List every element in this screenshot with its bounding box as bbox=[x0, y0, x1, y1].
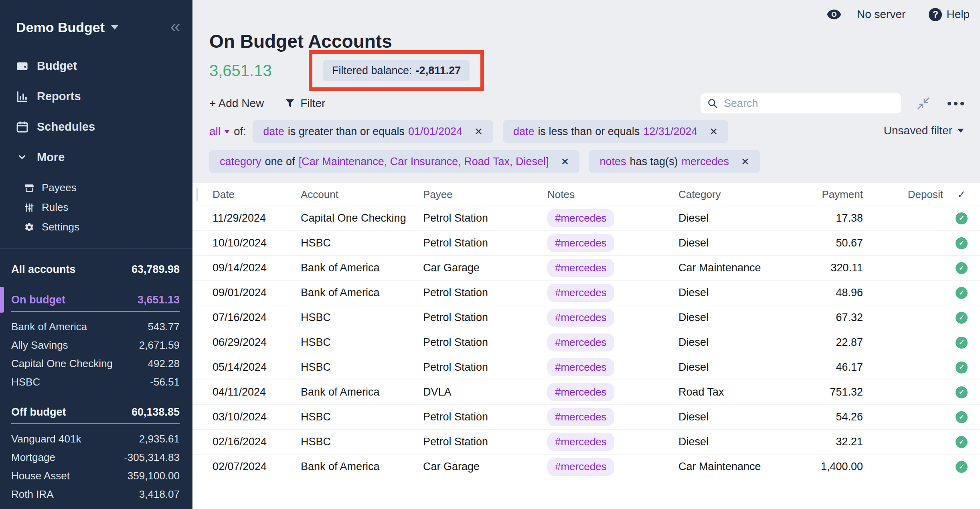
cell-payee[interactable]: Car Garage bbox=[423, 461, 547, 473]
cell-category[interactable]: Diesel bbox=[678, 336, 795, 349]
cell-category[interactable]: Car Maintenance bbox=[678, 262, 795, 274]
cell-payment[interactable]: 22.87 bbox=[795, 336, 863, 349]
total-balance[interactable]: 3,651.13 bbox=[209, 62, 294, 80]
cleared-check-icon[interactable]: ✓ bbox=[956, 362, 968, 374]
transaction-row[interactable]: 04/11/2024 Bank of America DVLA #mercede… bbox=[192, 380, 980, 405]
notes-tag[interactable]: #mercedes bbox=[547, 234, 614, 252]
cell-payment[interactable]: 320.11 bbox=[795, 262, 863, 274]
transaction-row[interactable]: 02/07/2024 Bank of America Car Garage #m… bbox=[192, 454, 980, 479]
sidebar-item-settings[interactable]: Settings bbox=[24, 217, 192, 237]
cell-category[interactable]: Diesel bbox=[678, 361, 795, 374]
shrink-transactions-icon[interactable] bbox=[916, 96, 931, 111]
filter-conjunction[interactable]: all bbox=[209, 125, 230, 138]
filter-value[interactable]: 01/01/2024 bbox=[408, 125, 462, 138]
cell-payment[interactable]: 48.96 bbox=[795, 287, 863, 299]
filter-value[interactable]: [Car Maintenance, Car Insurance, Road Ta… bbox=[299, 156, 549, 168]
filter-field[interactable]: date bbox=[513, 125, 535, 138]
notes-tag[interactable]: #mercedes bbox=[547, 358, 614, 376]
column-header-deposit[interactable]: Deposit bbox=[863, 188, 943, 201]
search-input[interactable] bbox=[723, 97, 895, 110]
filter-field[interactable]: category bbox=[220, 156, 261, 168]
column-header-notes[interactable]: Notes bbox=[547, 188, 678, 201]
sidebar-item-schedules[interactable]: Schedules bbox=[15, 115, 192, 139]
account-list-item[interactable]: HSBC -56.51 bbox=[11, 373, 180, 391]
cell-account[interactable]: Bank of America bbox=[301, 461, 423, 473]
unsaved-filter-menu[interactable]: Unsaved filter bbox=[884, 124, 964, 137]
cell-date[interactable]: 10/10/2024 bbox=[213, 237, 301, 249]
filter-chip[interactable]: category one of [Car Maintenance, Car In… bbox=[209, 150, 579, 173]
cell-payee[interactable]: Petrol Station bbox=[423, 237, 547, 249]
column-header-payment[interactable]: Payment bbox=[795, 188, 863, 201]
transaction-row[interactable]: 09/14/2024 Bank of America Car Garage #m… bbox=[192, 256, 980, 281]
sidebar-item-payees[interactable]: Payees bbox=[24, 178, 192, 198]
off-budget-row[interactable]: Off budget 60,138.85 bbox=[11, 402, 180, 422]
cell-account[interactable]: HSBC bbox=[301, 361, 423, 374]
sidebar-item-more[interactable]: More bbox=[15, 145, 192, 169]
sidebar-item-rules[interactable]: Rules bbox=[24, 198, 192, 217]
cell-date[interactable]: 05/14/2024 bbox=[213, 361, 301, 374]
cell-category[interactable]: Diesel bbox=[678, 311, 795, 324]
more-options-icon[interactable] bbox=[948, 102, 964, 105]
account-list-item[interactable]: Capital One Checking 492.28 bbox=[11, 354, 180, 373]
server-status[interactable]: No server bbox=[857, 8, 905, 21]
cell-payment[interactable]: 67.32 bbox=[795, 311, 863, 324]
select-all-checkbox[interactable] bbox=[196, 188, 198, 201]
cleared-check-icon[interactable]: ✓ bbox=[956, 337, 968, 349]
cell-category[interactable]: Diesel bbox=[678, 411, 795, 423]
cell-account[interactable]: Bank of America bbox=[301, 287, 423, 299]
cell-account[interactable]: Bank of America bbox=[301, 262, 423, 274]
cell-category[interactable]: Diesel bbox=[678, 212, 795, 224]
notes-tag[interactable]: #mercedes bbox=[547, 433, 614, 451]
cell-date[interactable]: 09/01/2024 bbox=[213, 287, 301, 299]
notes-tag[interactable]: #mercedes bbox=[547, 458, 614, 476]
filter-operator[interactable]: one of bbox=[265, 156, 295, 168]
cell-payment[interactable]: 32.21 bbox=[795, 436, 863, 448]
cell-account[interactable]: Capital One Checking bbox=[301, 212, 423, 224]
filter-button[interactable]: Filter bbox=[285, 97, 325, 110]
filter-value[interactable]: 12/31/2024 bbox=[643, 125, 697, 138]
column-header-cleared[interactable]: ✓ bbox=[943, 188, 980, 201]
cell-category[interactable]: Diesel bbox=[678, 436, 795, 448]
column-header-account[interactable]: Account bbox=[301, 188, 423, 201]
all-accounts-row[interactable]: All accounts 63,789.98 bbox=[11, 259, 180, 280]
help-button[interactable]: ? Help bbox=[929, 8, 970, 21]
transaction-row[interactable]: 02/16/2024 HSBC Petrol Station #mercedes… bbox=[192, 430, 980, 454]
cell-payment[interactable]: 54.26 bbox=[795, 411, 863, 423]
filter-field[interactable]: date bbox=[263, 125, 284, 138]
filter-operator[interactable]: has tag(s) bbox=[630, 156, 678, 168]
filter-chip[interactable]: notes has tag(s) mercedes ✕ bbox=[589, 150, 760, 173]
remove-filter-icon[interactable]: ✕ bbox=[561, 156, 569, 168]
cell-account[interactable]: HSBC bbox=[301, 336, 423, 349]
collapse-sidebar-icon[interactable]: « bbox=[170, 17, 180, 38]
account-list-item[interactable]: Roth IRA 3,418.07 bbox=[11, 485, 180, 503]
column-header-date[interactable]: Date bbox=[213, 188, 301, 201]
cell-category[interactable]: Diesel bbox=[678, 237, 795, 249]
cleared-check-icon[interactable]: ✓ bbox=[956, 287, 968, 299]
cell-account[interactable]: HSBC bbox=[301, 237, 423, 249]
budget-switcher[interactable]: Demo Budget bbox=[16, 20, 118, 35]
filter-operator[interactable]: is less than or equals bbox=[538, 125, 640, 138]
account-list-item[interactable]: House Asset 359,100.00 bbox=[11, 467, 180, 485]
account-list-item[interactable]: Vanguard 401k 2,935.61 bbox=[11, 430, 180, 448]
remove-filter-icon[interactable]: ✕ bbox=[709, 126, 718, 137]
cleared-check-icon[interactable]: ✓ bbox=[956, 461, 968, 473]
filter-operator[interactable]: is greater than or equals bbox=[288, 125, 405, 138]
transaction-row[interactable]: 09/01/2024 Bank of America Petrol Statio… bbox=[192, 281, 980, 305]
cell-payment[interactable]: 1,400.00 bbox=[795, 461, 863, 473]
cell-account[interactable]: HSBC bbox=[301, 311, 423, 324]
cell-date[interactable]: 02/16/2024 bbox=[213, 436, 301, 448]
notes-tag[interactable]: #mercedes bbox=[547, 383, 614, 401]
cleared-check-icon[interactable]: ✓ bbox=[956, 436, 968, 448]
notes-tag[interactable]: #mercedes bbox=[547, 209, 614, 227]
cell-account[interactable]: HSBC bbox=[301, 436, 423, 448]
account-list-item[interactable]: Bank of America 543.77 bbox=[11, 317, 180, 336]
cell-payee[interactable]: Petrol Station bbox=[423, 436, 547, 448]
column-header-category[interactable]: Category bbox=[678, 188, 795, 201]
cell-date[interactable]: 07/16/2024 bbox=[213, 311, 301, 324]
remove-filter-icon[interactable]: ✕ bbox=[474, 126, 483, 137]
cell-payee[interactable]: Petrol Station bbox=[423, 361, 547, 374]
cell-payee[interactable]: Petrol Station bbox=[423, 311, 547, 324]
cell-category[interactable]: Road Tax bbox=[678, 386, 795, 398]
filter-chip[interactable]: date is greater than or equals 01/01/202… bbox=[253, 120, 493, 143]
cell-account[interactable]: Bank of America bbox=[301, 386, 423, 398]
